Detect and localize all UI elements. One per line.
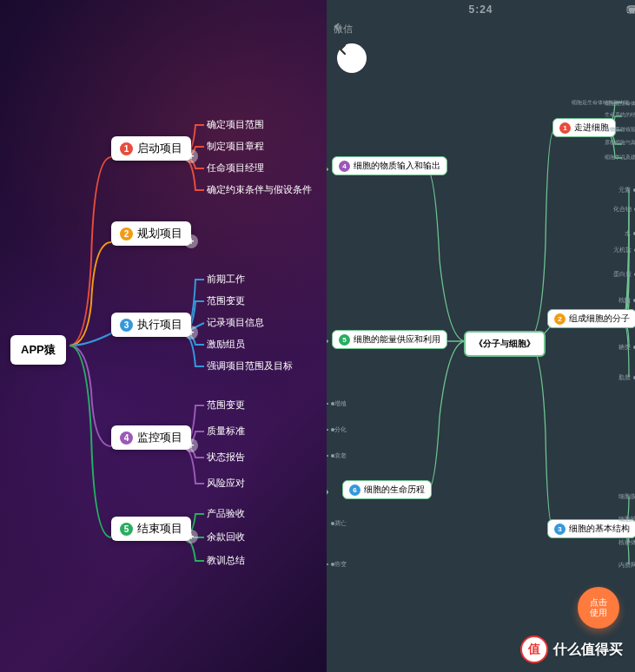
fab-label-1: 点击	[590, 597, 607, 608]
leaf-node[interactable]: 细胞学说及建立过程	[605, 154, 635, 161]
leaf-node[interactable]: 核酸	[618, 296, 635, 305]
left-node-6[interactable]: 6细胞的生命历程	[342, 480, 432, 499]
expand-icon[interactable]: +	[184, 530, 198, 544]
badge: 5	[120, 523, 133, 536]
leaf-node[interactable]: 脂质	[618, 373, 635, 382]
left-mindmap-panel: APP猿 1启动项目 + 2规划项目 + 3执行项目 + 4监控项目 + 5结束…	[0, 0, 327, 672]
leaf-node[interactable]: 前期工作	[207, 273, 245, 286]
expand-icon[interactable]: +	[184, 326, 198, 339]
badge: 2	[554, 313, 566, 325]
leaf-node[interactable]: 化合物	[613, 205, 635, 214]
root-node[interactable]: APP猿	[10, 335, 66, 365]
node-label: 细胞的能量供应和利用	[354, 333, 440, 346]
node-label: 组成细胞的分子	[569, 313, 630, 325]
leaf-node[interactable]: 核糖体	[618, 538, 635, 547]
badge: 2	[120, 227, 133, 240]
leaf-node[interactable]: 元素	[618, 186, 635, 194]
badge: 3	[554, 524, 566, 535]
leaf-node[interactable]: 衰老	[328, 451, 347, 460]
badge: 3	[120, 319, 133, 332]
leaf-node[interactable]: 细胞膜	[618, 492, 635, 501]
badge: 1	[559, 122, 571, 134]
watermark-icon: 值	[520, 636, 548, 663]
badge: 1	[120, 142, 133, 155]
leaf-node[interactable]: 强调项目范围及目标	[207, 359, 293, 372]
leaf-node[interactable]: 风险应对	[207, 477, 245, 490]
leaf-node[interactable]: 确定项目范围	[207, 118, 264, 131]
leaf-node[interactable]: 糖类	[618, 343, 635, 352]
leaf-node[interactable]: 无机盐	[613, 246, 635, 254]
branch-node-2[interactable]: 2规划项目	[111, 221, 191, 246]
leaf-node[interactable]: 激励组员	[207, 338, 245, 351]
left-node-5[interactable]: 5细胞的能量供应和利用	[332, 330, 447, 349]
badge: 5	[339, 334, 350, 346]
leaf-node[interactable]: 原核细胞与真核细胞(生…	[605, 139, 635, 147]
leaf-node[interactable]: 水	[625, 229, 635, 238]
leaf-node[interactable]: 范围变更	[207, 294, 245, 307]
watermark-text: 什么值得买	[553, 641, 623, 659]
use-button[interactable]: 点击使用	[578, 587, 619, 629]
node-label: 走进细胞	[574, 122, 609, 134]
expand-icon[interactable]: +	[184, 234, 198, 248]
leaf-node[interactable]: 余款回收	[207, 530, 245, 544]
branch-node-1[interactable]: 1启动项目	[111, 136, 191, 161]
leaf-node[interactable]: 蛋白质	[613, 270, 635, 279]
leaf-node[interactable]: 细胞核	[618, 515, 635, 524]
center-node[interactable]: 《分子与细胞》	[464, 331, 546, 357]
badge: 4	[120, 432, 133, 445]
badge: 4	[339, 161, 350, 172]
branch-node-5[interactable]: 5结束项目	[111, 517, 191, 541]
leaf-node[interactable]: 任命项目经理	[207, 161, 264, 175]
right-mindmap-panel: 5:24 微信 《分子与细胞》 4细胞的物质输入和输出 5细胞的能量供应和利用 …	[327, 0, 635, 672]
leaf-node[interactable]: 细胞是生命体结构和功能…	[605, 100, 635, 108]
right-node-2[interactable]: 2组成细胞的分子	[547, 309, 635, 328]
left-node-4[interactable]: 4细胞的物质输入和输出	[332, 156, 447, 175]
branch-label: 结束项目	[137, 521, 182, 537]
leaf-node[interactable]: 分化	[328, 425, 347, 434]
watermark: 值 什么值得买	[520, 636, 623, 663]
branch-label: 执行项目	[137, 317, 182, 333]
expand-icon[interactable]: +	[184, 149, 198, 163]
leaf-node[interactable]: 内质网	[618, 561, 635, 570]
badge: 6	[349, 484, 360, 496]
leaf-node[interactable]: 教训总结	[207, 554, 245, 567]
branch-label: 监控项目	[137, 430, 182, 445]
leaf-node[interactable]: 记录项目信息	[207, 316, 264, 329]
branch-node-4[interactable]: 4监控项目	[111, 425, 191, 450]
leaf-node[interactable]: 产品验收	[207, 507, 245, 520]
node-label: 细胞的生命历程	[364, 484, 425, 496]
leaf-node[interactable]: 凋亡	[328, 519, 347, 528]
leaf-node[interactable]: 状态报告	[207, 451, 245, 464]
leaf-node[interactable]: 范围变更	[207, 399, 245, 412]
leaf-node[interactable]: 癌变	[328, 560, 347, 569]
node-label: 细胞的物质输入和输出	[354, 160, 440, 172]
leaf-node[interactable]: 制定项目章程	[207, 140, 264, 153]
branch-label: 启动项目	[137, 141, 182, 156]
leaf-node[interactable]: 增殖	[328, 399, 347, 408]
leaf-node[interactable]: 确定约束条伴与假设条件	[207, 183, 312, 196]
leaf-node[interactable]: 生命系统的结构层次	[605, 111, 635, 119]
leaf-node[interactable]: 质量标准	[207, 425, 245, 438]
node-label: 细胞的基本结构	[569, 523, 630, 535]
branch-node-3[interactable]: 3执行项目	[111, 313, 191, 337]
fab-label-2: 使用	[590, 608, 607, 618]
expand-icon[interactable]: +	[184, 438, 198, 452]
branch-label: 规划项目	[137, 226, 182, 241]
leaf-node[interactable]: 植物显微镜观察细胞	[605, 126, 635, 134]
